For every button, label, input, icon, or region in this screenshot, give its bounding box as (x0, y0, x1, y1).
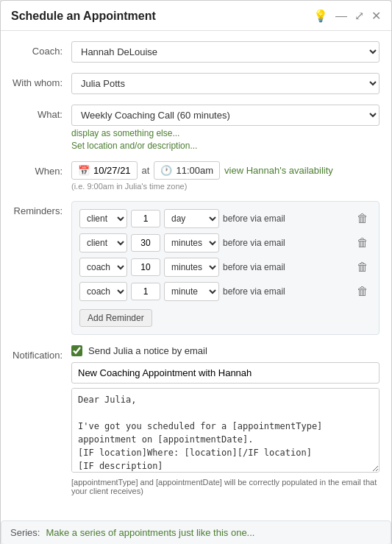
reminder-1-suffix: before via email (223, 213, 285, 224)
series-link[interactable]: Make a series of appointments just like … (46, 527, 254, 538)
with-whom-row: With whom: Julia Potts (13, 73, 379, 94)
reminder-2-delete[interactable]: 🗑 (354, 236, 371, 250)
reminder-2-amount[interactable] (131, 234, 160, 252)
title-bar-icons: 💡 — ⤢ ✕ (313, 10, 381, 22)
notification-text: Send Julia a notice by email (88, 345, 207, 356)
at-text: at (142, 165, 150, 176)
date-value: 10/27/21 (93, 165, 131, 176)
reminders-row: Reminders: client coach day days hours m… (13, 201, 379, 335)
notification-checkbox-row: Send Julia a notice by email (71, 345, 379, 356)
close-icon[interactable]: ✕ (371, 10, 381, 22)
reminder-row-1: client coach day days hours minutes befo… (79, 209, 371, 228)
reminder-row-4: coach client minute minutes hours days b… (79, 282, 371, 301)
add-reminder-button[interactable]: Add Reminder (79, 309, 152, 327)
calendar-icon: 📅 (78, 165, 90, 176)
reminders-label: Reminders: (13, 201, 71, 216)
notification-checkbox[interactable] (71, 345, 82, 356)
set-location-link[interactable]: Set location and/or description... (71, 141, 379, 151)
date-picker[interactable]: 📅 10/27/21 (71, 161, 138, 180)
timezone-note: (i.e. 9:00am in Julia's time zone) (71, 182, 379, 191)
email-subject-input[interactable] (71, 362, 379, 384)
series-label: Series: (10, 527, 40, 538)
lightbulb-icon[interactable]: 💡 (313, 10, 328, 22)
coach-row: Coach: Hannah DeLouise (13, 41, 379, 63)
with-whom-select[interactable]: Julia Potts (71, 73, 379, 94)
notification-label: Notification: (13, 345, 71, 361)
reminder-1-unit[interactable]: day days hours minutes (164, 209, 219, 228)
reminder-row-2: client coach minutes minute hours days b… (79, 233, 371, 252)
minimize-icon[interactable]: — (335, 10, 347, 22)
when-control-wrap: 📅 10/27/21 at 🕐 11:00am view Hannah's av… (71, 161, 379, 191)
reminder-4-amount[interactable] (131, 283, 160, 300)
reminder-1-amount[interactable] (131, 210, 160, 227)
what-control-wrap: Weekly Coaching Call (60 minutes) displa… (71, 105, 379, 151)
with-whom-label: With whom: (13, 73, 71, 88)
reminder-2-suffix: before via email (223, 238, 285, 248)
reminder-4-delete[interactable]: 🗑 (354, 285, 371, 298)
window-title: Schedule an Appointment (11, 10, 156, 23)
schedule-appointment-window: Schedule an Appointment 💡 — ⤢ ✕ Coach: H… (0, 0, 392, 544)
reminder-3-who[interactable]: coach client (79, 258, 127, 277)
reminder-3-delete[interactable]: 🗑 (354, 261, 371, 274)
title-bar: Schedule an Appointment 💡 — ⤢ ✕ (1, 1, 391, 31)
notification-control-wrap: Send Julia a notice by email Dear Julia,… (71, 345, 379, 495)
reminders-section: client coach day days hours minutes befo… (71, 201, 379, 335)
reminder-4-suffix: before via email (223, 286, 285, 297)
when-label: When: (13, 161, 71, 177)
time-picker[interactable]: 🕐 11:00am (154, 161, 220, 180)
email-body-textarea[interactable]: Dear Julia, I've got you scheduled for a… (71, 388, 379, 473)
reminder-3-amount[interactable] (131, 258, 160, 276)
coach-label: Coach: (13, 41, 71, 57)
notification-row: Notification: Send Julia a notice by ema… (13, 345, 379, 495)
reminder-4-who[interactable]: coach client (79, 282, 127, 301)
reminder-2-who[interactable]: client coach (79, 233, 127, 252)
reminder-3-suffix: before via email (223, 262, 285, 272)
email-note: [appointmentType] and [appointmentDate] … (71, 478, 379, 495)
series-row: Series: Make a series of appointments ju… (1, 520, 391, 544)
with-whom-control-wrap: Julia Potts (71, 73, 379, 94)
reminder-4-unit[interactable]: minute minutes hours days (164, 282, 219, 301)
when-inputs: 📅 10/27/21 at 🕐 11:00am view Hannah's av… (71, 161, 379, 180)
reminder-3-unit[interactable]: minutes minute hours days (164, 258, 219, 277)
clock-icon: 🕐 (160, 165, 172, 176)
form-body: Coach: Hannah DeLouise With whom: Julia … (1, 31, 391, 513)
availability-link[interactable]: view Hannah's availability (224, 165, 333, 176)
when-row: When: 📅 10/27/21 at 🕐 11:00am view Hanna… (13, 161, 379, 191)
what-select[interactable]: Weekly Coaching Call (60 minutes) (71, 105, 379, 126)
time-value: 11:00am (176, 165, 213, 176)
restore-icon[interactable]: ⤢ (354, 10, 364, 22)
reminder-2-unit[interactable]: minutes minute hours days (164, 233, 219, 252)
what-row: What: Weekly Coaching Call (60 minutes) … (13, 105, 379, 151)
coach-control-wrap: Hannah DeLouise (71, 41, 379, 63)
display-as-link[interactable]: display as something else... (71, 128, 379, 138)
coach-select[interactable]: Hannah DeLouise (71, 41, 379, 63)
reminder-row-3: coach client minutes minute hours days b… (79, 258, 371, 277)
what-label: What: (13, 105, 71, 120)
reminder-1-who[interactable]: client coach (79, 209, 127, 228)
reminder-1-delete[interactable]: 🗑 (354, 212, 371, 225)
